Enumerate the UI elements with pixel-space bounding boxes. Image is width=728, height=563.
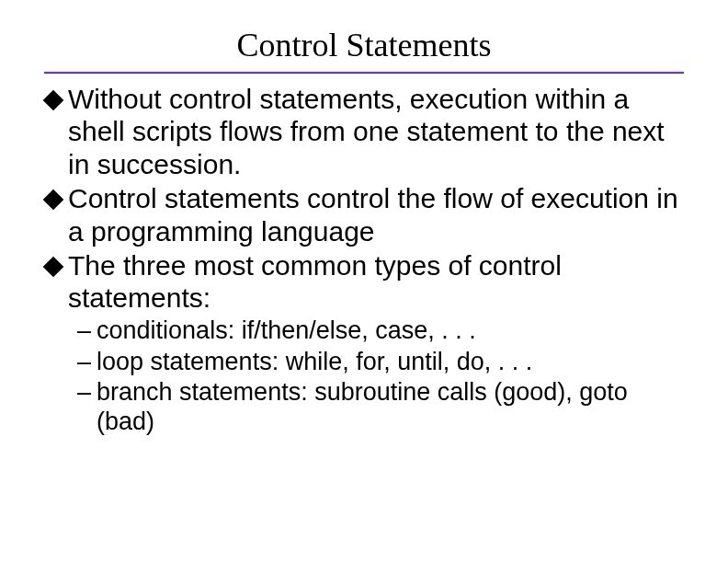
sub-item: – loop statements: while, for, until, do… xyxy=(44,348,684,377)
dash-bullet-icon: – xyxy=(77,348,91,377)
sub-text: loop statements: while, for, until, do, … xyxy=(97,348,684,377)
dash-bullet-icon: – xyxy=(77,378,91,408)
sub-item: – branch statements: subroutine calls (g… xyxy=(44,378,684,437)
sub-text: conditionals: if/then/else, case, . . . xyxy=(97,316,684,346)
bullet-text: Without control statements, execution wi… xyxy=(68,83,684,180)
bullet-item: The three most common types of control s… xyxy=(44,249,684,315)
diamond-bullet-icon xyxy=(43,257,64,278)
bullet-text: Control statements control the flow of e… xyxy=(68,182,684,247)
slide: Control Statements Without control state… xyxy=(0,0,728,563)
title-divider xyxy=(44,70,684,74)
slide-title: Control Statements xyxy=(44,26,684,64)
dash-bullet-icon: – xyxy=(77,316,91,346)
slide-content: Without control statements, execution wi… xyxy=(44,83,684,437)
bullet-item: Control statements control the flow of e… xyxy=(44,182,684,247)
sub-item: – conditionals: if/then/else, case, . . … xyxy=(44,316,684,346)
diamond-bullet-icon xyxy=(43,190,64,211)
sub-text: branch statements: subroutine calls (goo… xyxy=(97,378,684,437)
diamond-bullet-icon xyxy=(43,90,64,111)
bullet-item: Without control statements, execution wi… xyxy=(44,83,684,180)
bullet-text: The three most common types of control s… xyxy=(68,249,684,315)
